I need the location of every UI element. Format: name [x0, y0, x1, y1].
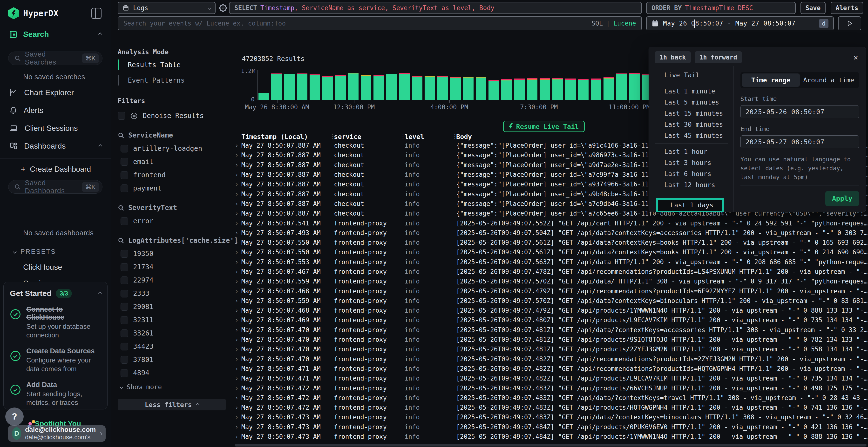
expand-chevron-icon[interactable]: ›	[235, 414, 241, 420]
start-time-input[interactable]: 2025-05-26 08:50:07	[740, 105, 859, 118]
filter-value[interactable]: 19350	[118, 250, 226, 258]
denoise-results-checkbox[interactable]: Denoise Results	[118, 112, 226, 120]
filter-group-name[interactable]: ServiceName	[118, 131, 226, 139]
expand-chevron-icon[interactable]: ›	[235, 278, 241, 284]
filter-value[interactable]: artillery-loadgen	[118, 144, 226, 152]
tab-time-range[interactable]: Time range	[742, 73, 800, 87]
sidebar-item-client-sessions[interactable]: Client Sessions	[0, 122, 111, 134]
quick-range-last-6-hours[interactable]: Last 6 hours	[649, 168, 734, 179]
expand-chevron-icon[interactable]: ›	[235, 434, 241, 440]
saved-searches-input[interactable]: Saved Searches ⌘K	[8, 51, 102, 65]
quick-range-live-tail[interactable]: Live Tail	[649, 70, 734, 81]
filter-value[interactable]: 22974	[118, 276, 226, 284]
quick-range-last-1-days[interactable]: Last 1 days	[656, 198, 724, 212]
source-settings-gear-icon[interactable]	[219, 4, 227, 12]
expand-chevron-icon[interactable]: ›	[235, 395, 241, 401]
quick-range-last-12-hours[interactable]: Last 12 hours	[649, 179, 734, 191]
sidebar-item-alerts[interactable]: Alerts	[0, 104, 111, 116]
sidebar-item-chart-explorer[interactable]: Chart Explorer	[0, 86, 111, 99]
expand-chevron-icon[interactable]: ›	[235, 346, 241, 352]
table-row[interactable]: ›May 27 8:50:07.473 AMfrontend-proxyinfo…	[233, 422, 868, 432]
column-header-service[interactable]: service	[334, 133, 405, 140]
help-button[interactable]: ?	[5, 408, 24, 426]
checkbox-icon[interactable]	[121, 369, 128, 377]
quick-range-last-30-minutes[interactable]: Last 30 minutes	[649, 119, 734, 130]
checkbox-icon[interactable]	[121, 145, 128, 152]
table-row[interactable]: ›May 27 8:50:07.474 AMfrontend-proxyinfo…	[233, 442, 868, 443]
checkbox-icon[interactable]	[121, 316, 128, 324]
table-row[interactable]: ›May 27 8:50:07.553 AMfrontend-proxyinfo…	[233, 257, 868, 267]
expand-chevron-icon[interactable]: ›	[235, 210, 241, 216]
table-row[interactable]: ›May 27 8:50:07.468 AMfrontend-proxyinfo…	[233, 286, 868, 296]
expand-chevron-icon[interactable]: ›	[235, 385, 241, 391]
quick-range-last-1-hour[interactable]: Last 1 hour	[649, 146, 734, 157]
table-row[interactable]: ›May 27 8:50:07.470 AMfrontend-proxyinfo…	[233, 325, 868, 335]
expand-chevron-icon[interactable]: ›	[235, 230, 241, 236]
end-time-input[interactable]: 2025-05-27 08:50:07	[740, 135, 859, 148]
table-row[interactable]: ›May 27 8:50:07.473 AMfrontend-proxyinfo…	[233, 412, 868, 422]
filter-group-name[interactable]: SeverityText	[118, 204, 226, 212]
table-row[interactable]: ›May 27 8:50:07.471 AMfrontend-proxyinfo…	[233, 374, 868, 383]
get-started-item[interactable]: Connect to ClickHouseSet up your databas…	[10, 305, 101, 340]
expand-chevron-icon[interactable]: ›	[235, 288, 241, 294]
table-row[interactable]: ›May 27 8:50:07.470 AMfrontend-proxyinfo…	[233, 354, 868, 364]
filter-value[interactable]: 33261	[118, 329, 226, 337]
sidebar-item-search[interactable]: Search	[0, 30, 111, 39]
checkbox-icon[interactable]	[121, 263, 128, 271]
horizontal-scrollbar[interactable]	[235, 444, 867, 447]
chevron-up-icon[interactable]	[98, 291, 102, 296]
lang-toggle-lucene[interactable]: Lucene	[613, 20, 636, 27]
expand-chevron-icon[interactable]: ›	[235, 366, 241, 372]
date-range-input[interactable]: May 26 08:50:07 - May 27 08:50:07 d	[646, 16, 834, 30]
filter-value[interactable]: error	[118, 217, 226, 225]
saved-dashboards-input[interactable]: Saved Dashboards ⌘K	[8, 180, 102, 194]
get-started-item[interactable]: Add DataStart sending logs, metrics, or …	[10, 381, 101, 407]
expand-chevron-icon[interactable]: ›	[235, 191, 241, 197]
checkbox-icon[interactable]	[121, 217, 128, 225]
expand-chevron-icon[interactable]: ›	[235, 337, 241, 343]
table-row[interactable]: ›May 27 8:50:07.470 AMfrontend-proxyinfo…	[233, 335, 868, 344]
table-row[interactable]: ›May 27 8:50:07.541 AMfrontend-proxyinfo…	[233, 218, 868, 228]
apply-button[interactable]: Apply	[825, 191, 859, 206]
table-row[interactable]: ›May 27 8:50:07.550 AMfrontend-proxyinfo…	[233, 238, 868, 247]
table-row[interactable]: ›May 27 8:50:07.559 AMfrontend-proxyinfo…	[233, 296, 868, 306]
filter-value[interactable]: payment	[118, 184, 226, 192]
filter-value[interactable]: 34423	[118, 342, 226, 350]
shift-forward-button[interactable]: 1h forward	[695, 51, 742, 63]
expand-chevron-icon[interactable]: ›	[235, 317, 241, 323]
table-row[interactable]: ›May 27 8:50:07.472 AMfrontend-proxyinfo…	[233, 383, 868, 393]
expand-chevron-icon[interactable]: ›	[235, 269, 241, 275]
expand-chevron-icon[interactable]: ›	[235, 152, 241, 158]
table-row[interactable]: ›May 27 8:50:07.550 AMfrontend-proxyinfo…	[233, 247, 868, 257]
run-query-button[interactable]	[838, 16, 861, 30]
expand-chevron-icon[interactable]: ›	[235, 356, 241, 362]
create-dashboard-button[interactable]: + Create Dashboard	[21, 165, 111, 174]
table-row[interactable]: ›May 27 8:50:07.472 AMfrontend-proxyinfo…	[233, 393, 868, 403]
filter-value[interactable]: email	[118, 158, 226, 166]
checkbox-icon[interactable]	[118, 112, 125, 120]
table-row[interactable]: ›May 27 8:50:07.472 AMfrontend-proxyinfo…	[233, 403, 868, 412]
checkbox-icon[interactable]	[121, 276, 128, 284]
checkbox-icon[interactable]	[121, 303, 128, 311]
expand-chevron-icon[interactable]: ›	[235, 201, 241, 207]
checkbox-icon[interactable]	[121, 250, 128, 258]
sidebar-preset-clickhouse[interactable]: ClickHouse	[23, 263, 111, 272]
table-row[interactable]: ›May 27 8:50:07.467 AMfrontend-proxyinfo…	[233, 267, 868, 276]
quick-range-last-15-minutes[interactable]: Last 15 minutes	[649, 108, 734, 119]
filter-value[interactable]: 4894	[118, 369, 226, 377]
sql-select-editor[interactable]: SELECT Timestamp, ServiceName as service…	[229, 2, 642, 14]
checkbox-icon[interactable]	[121, 330, 128, 337]
quick-range-last-3-hours[interactable]: Last 3 hours	[649, 157, 734, 168]
get-started-item[interactable]: Create Data SourcesConfigure where your …	[10, 347, 101, 374]
expand-chevron-icon[interactable]: ›	[235, 424, 241, 430]
shift-back-button[interactable]: 1h back	[655, 51, 691, 63]
expand-chevron-icon[interactable]: ›	[235, 249, 241, 255]
expand-chevron-icon[interactable]: ›	[235, 220, 241, 227]
checkbox-icon[interactable]	[121, 158, 128, 166]
lang-toggle-sql[interactable]: SQL	[591, 20, 603, 27]
column-header-level[interactable]: level	[405, 133, 456, 140]
show-more-button[interactable]: Show more	[118, 383, 226, 391]
quick-range-last-45-minutes[interactable]: Last 45 minutes	[649, 130, 734, 141]
table-row[interactable]: ›May 27 8:50:07.471 AMfrontend-proxyinfo…	[233, 364, 868, 374]
checkbox-icon[interactable]	[121, 356, 128, 364]
